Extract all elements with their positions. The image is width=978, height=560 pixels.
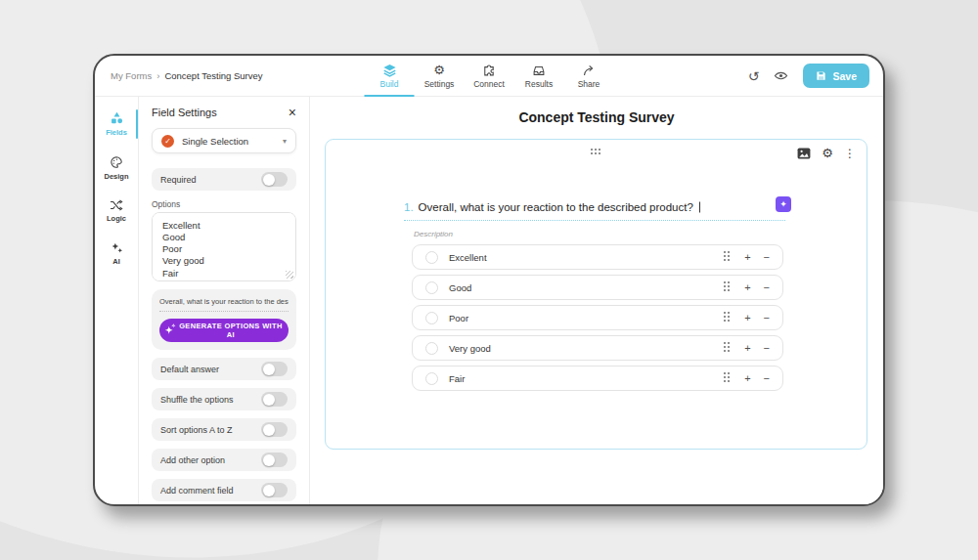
sidebar-item-label: AI [112,257,120,266]
sidebar-item-design[interactable]: Design [95,151,138,186]
tab-label: Settings [424,79,455,89]
top-bar: My Forms › Concept Testing Survey Build … [95,56,883,97]
palette-icon [110,155,123,169]
sidebar-item-label: Design [104,172,128,181]
breadcrumb-separator: › [156,70,159,81]
add-comment-field-row: Add comment field [152,479,296,501]
add-option-icon[interactable]: + [744,373,750,384]
question-card-actions: ⚙ ⋮ [797,147,856,159]
drag-handle-icon[interactable] [591,149,602,156]
option-label[interactable]: Fair [449,373,465,384]
setting-label: Add other option [160,455,225,465]
field-type-dropdown[interactable]: ✓ Single Selection ▾ [152,128,296,153]
option-row-excellent[interactable]: Excellent + − [412,244,783,270]
radio-icon[interactable] [425,372,438,385]
fields-shapes-icon [110,111,124,125]
tab-label: Build [380,79,399,89]
add-option-icon[interactable]: + [744,252,750,263]
remove-option-icon[interactable]: − [764,343,770,354]
resize-grip-icon[interactable] [286,271,293,279]
add-comment-field-toggle[interactable] [261,483,288,497]
main-tabs: Build ⚙ Settings Connect Results [365,56,614,97]
option-row-poor[interactable]: Poor + − [412,305,783,330]
left-nav-rail: Fields Design Logic AI [95,97,139,504]
sidebar-item-ai[interactable]: AI [95,237,138,271]
sort-options-toggle[interactable] [261,422,288,437]
tab-build[interactable]: Build [365,56,415,97]
add-option-icon[interactable]: + [744,313,750,323]
shuffle-options-row: Shuffle the options [152,388,296,410]
tab-label: Share [578,79,600,89]
drag-handle-icon[interactable] [724,372,732,384]
options-textarea[interactable]: Excellent Good Poor Very good Fair [152,212,296,281]
add-other-option-row: Add other option [152,449,296,471]
save-button-label: Save [832,70,857,82]
question-text: Overall, what is your reaction to the de… [419,201,693,213]
tab-label: Results [525,79,553,89]
drag-handle-icon[interactable] [724,312,732,323]
tab-results[interactable]: Results [514,56,564,97]
remove-option-icon[interactable]: − [764,373,770,384]
default-answer-toggle[interactable] [261,362,288,376]
drag-handle-icon[interactable] [724,251,732,263]
option-row-very-good[interactable]: Very good + − [412,335,783,361]
option-actions: + − [724,281,770,293]
remove-option-icon[interactable]: − [764,282,770,293]
generate-button-label: GENERATE OPTIONS WITH AI [179,322,283,339]
tab-settings[interactable]: ⚙ Settings [415,56,465,97]
add-option-icon[interactable]: + [744,343,750,354]
preview-eye-icon[interactable] [774,68,788,83]
close-icon[interactable]: × [289,106,296,119]
radio-icon[interactable] [425,251,438,264]
remove-option-icon[interactable]: − [764,313,770,323]
question-title-input[interactable]: Overall, what is your reaction to the de… [159,297,289,312]
history-icon[interactable]: ↺ [748,69,760,83]
drag-handle-icon[interactable] [724,342,732,354]
layers-icon [382,64,396,77]
tab-connect[interactable]: Connect [465,56,514,97]
option-label[interactable]: Excellent [449,252,487,263]
option-label[interactable]: Good [449,282,471,293]
topbar-actions: ↺ Save [748,64,883,88]
breadcrumb-current-form: Concept Testing Survey [164,70,262,81]
sidebar-item-label: Logic [107,214,126,223]
gear-icon[interactable]: ⚙ [822,147,833,159]
shuffle-options-toggle[interactable] [261,392,288,407]
form-canvas: Concept Testing Survey ⚙ ⋮ 1. Overall, w… [310,97,883,504]
image-icon[interactable] [797,148,811,159]
add-option-icon[interactable]: + [744,282,750,293]
option-label[interactable]: Poor [449,313,468,323]
radio-icon[interactable] [425,312,438,324]
shuffle-icon [110,199,123,211]
required-toggle[interactable] [261,172,288,187]
kebab-menu-icon[interactable]: ⋮ [844,148,856,159]
single-selection-icon: ✓ [161,135,174,148]
question-title-field[interactable]: 1. Overall, what is your reaction to the… [404,200,785,221]
radio-icon[interactable] [425,281,438,294]
puzzle-icon [483,64,496,77]
save-button[interactable]: Save [803,64,869,88]
radio-icon[interactable] [425,342,438,355]
tab-share[interactable]: Share [564,56,614,97]
field-settings-panel: Field Settings × ✓ Single Selection ▾ Re… [139,97,310,504]
field-type-value: Single Selection [182,136,248,147]
panel-header: Field Settings × [152,105,296,119]
sort-options-row: Sort options A to Z [152,418,296,441]
option-row-fair[interactable]: Fair + − [412,366,783,391]
sparkle-icon: ✦✧ [165,326,173,335]
chevron-down-icon: ▾ [283,137,287,146]
option-label[interactable]: Very good [449,343,491,354]
breadcrumb-my-forms[interactable]: My Forms [111,70,152,81]
drag-handle-icon[interactable] [724,281,732,293]
question-ai-button[interactable]: ✦ [776,196,791,212]
add-other-option-toggle[interactable] [261,452,288,467]
form-title[interactable]: Concept Testing Survey [310,109,883,125]
sidebar-item-fields[interactable]: Fields [95,107,138,142]
question-card[interactable]: ⚙ ⋮ 1. Overall, what is your reaction to… [325,139,867,450]
breadcrumb: My Forms › Concept Testing Survey [95,70,263,81]
option-row-good[interactable]: Good + − [412,275,783,300]
generate-options-with-ai-button[interactable]: ✦✧ GENERATE OPTIONS WITH AI [159,319,289,342]
remove-option-icon[interactable]: − [764,252,770,263]
sidebar-item-logic[interactable]: Logic [95,194,138,228]
description-placeholder[interactable]: Description [404,230,785,238]
